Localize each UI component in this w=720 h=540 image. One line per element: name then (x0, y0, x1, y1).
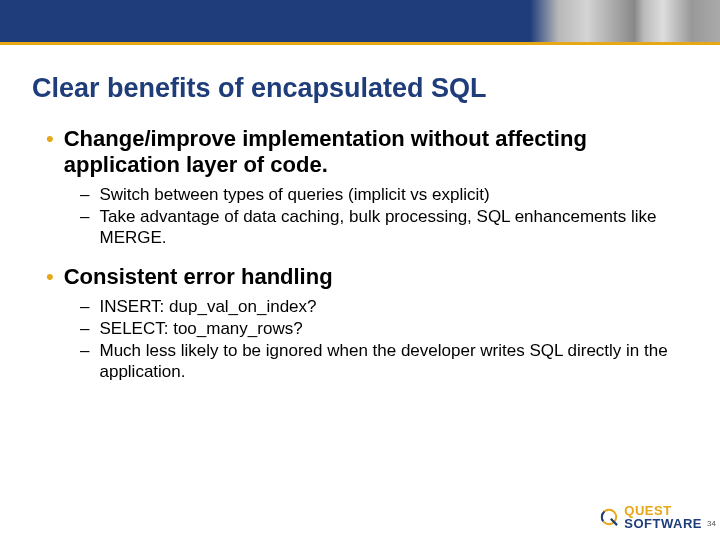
sub-point-text: Much less likely to be ignored when the … (99, 340, 688, 382)
sub-point: – INSERT: dup_val_on_index? (80, 296, 688, 317)
sub-point-text: SELECT: too_many_rows? (99, 318, 302, 339)
bullet-text: Change/improve implementation without af… (64, 126, 688, 178)
quest-logo-icon (600, 508, 618, 526)
sub-point-text: Take advantage of data caching, bulk pro… (99, 206, 688, 248)
bullet-main: • Change/improve implementation without … (46, 126, 688, 178)
dash-icon: – (80, 340, 89, 361)
page-number: 34 (707, 519, 716, 528)
sub-points: – Switch between types of queries (impli… (80, 184, 688, 248)
sub-point: – SELECT: too_many_rows? (80, 318, 688, 339)
dash-icon: – (80, 206, 89, 227)
sub-points: – INSERT: dup_val_on_index? – SELECT: to… (80, 296, 688, 382)
bullet-dot-icon: • (46, 126, 54, 152)
bullet-dot-icon: • (46, 264, 54, 290)
logo-text: QUEST SOFTWARE (624, 504, 702, 530)
slide-content: Clear benefits of encapsulated SQL • Cha… (0, 45, 720, 382)
bullet-text: Consistent error handling (64, 264, 333, 290)
footer-logo: QUEST SOFTWARE (600, 504, 702, 530)
sub-point-text: Switch between types of queries (implici… (99, 184, 489, 205)
sub-point: – Switch between types of queries (impli… (80, 184, 688, 205)
header-decorative-image (530, 0, 720, 42)
slide-title: Clear benefits of encapsulated SQL (32, 73, 688, 104)
logo-line-2: SOFTWARE (624, 517, 702, 530)
sub-point: – Take advantage of data caching, bulk p… (80, 206, 688, 248)
sub-point-text: INSERT: dup_val_on_index? (99, 296, 316, 317)
dash-icon: – (80, 296, 89, 317)
sub-point: – Much less likely to be ignored when th… (80, 340, 688, 382)
dash-icon: – (80, 318, 89, 339)
bullet-main: • Consistent error handling (46, 264, 688, 290)
dash-icon: – (80, 184, 89, 205)
header-band (0, 0, 720, 42)
